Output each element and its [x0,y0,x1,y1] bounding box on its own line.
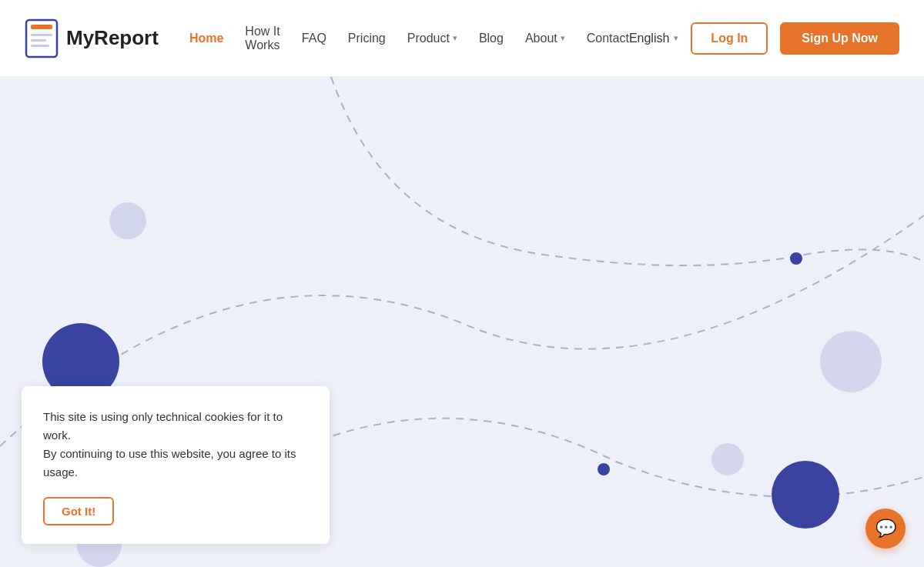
nav-how-it-works[interactable]: How It Works [245,25,280,52]
language-selector[interactable]: English ▾ [629,32,678,45]
logo-icon [25,18,59,58]
nav-about[interactable]: About ▾ [525,32,565,45]
circle-large-blue-bottom-right [772,461,839,529]
logo-text: MyReport [66,26,159,50]
nav-links: Home How It Works FAQ Pricing Product ▾ … [189,25,629,52]
chat-icon: 💬 [875,519,896,539]
logo[interactable]: MyReport [25,18,159,58]
got-it-button[interactable]: Got It! [43,497,114,525]
product-chevron-icon: ▾ [453,33,457,43]
nav-contact[interactable]: Contact [587,32,629,45]
svg-rect-2 [31,34,52,36]
navbar: MyReport Home How It Works FAQ Pricing P… [0,0,924,77]
nav-right: English ▾ Log In Sign Up Now [629,22,899,55]
nav-pricing[interactable]: Pricing [348,32,386,45]
hero-section: This site is using only technical cookie… [0,77,924,567]
nav-blog[interactable]: Blog [479,32,504,45]
circle-small-dark-center [598,463,610,475]
cookie-text: This site is using only technical cookie… [43,408,308,482]
nav-home[interactable]: Home [189,32,223,45]
login-button[interactable]: Log In [691,22,768,55]
circle-small-dark-top-right [790,252,802,265]
cookie-banner: This site is using only technical cookie… [22,386,330,544]
circle-light-small-top [109,202,146,239]
chat-bubble-button[interactable]: 💬 [865,509,906,549]
language-chevron-icon: ▾ [674,33,678,43]
circle-light-mid-right [711,443,744,475]
about-chevron-icon: ▾ [561,33,565,43]
cookie-line1: This site is using only technical cookie… [43,410,283,442]
nav-product[interactable]: Product ▾ [407,32,457,45]
language-label: English [629,32,669,45]
svg-rect-4 [31,45,49,47]
cookie-line2: By continuing to use this website, you a… [43,447,296,479]
circle-light-large-right [820,331,882,392]
svg-rect-3 [31,39,46,42]
signup-button[interactable]: Sign Up Now [780,22,899,55]
nav-faq[interactable]: FAQ [302,32,326,45]
svg-rect-1 [31,25,52,29]
